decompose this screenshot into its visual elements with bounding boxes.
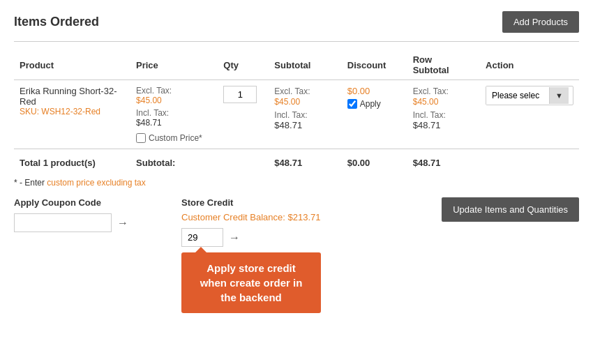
discount-amount: $0.00 (347, 86, 402, 96)
col-header-product: Product (14, 50, 130, 80)
col-header-subtotal: Subtotal (269, 50, 341, 80)
col-header-action: Action (480, 50, 579, 80)
items-table: Product Price Qty Subtotal Discount RowS… (14, 50, 579, 174)
total-row: Total 1 product(s) Subtotal: $48.71 $0.0… (14, 149, 579, 174)
col-header-qty: Qty (218, 50, 269, 80)
row-subtotal-excl-label: Excl. Tax: (413, 86, 449, 96)
coupon-apply-icon[interactable]: → (117, 217, 128, 229)
qty-input[interactable] (223, 86, 257, 103)
row-subtotal-incl-label: Incl. Tax: (413, 110, 446, 120)
apply-label: Apply (360, 99, 381, 109)
credit-balance: Customer Credit Balance: $213.71 (181, 212, 349, 222)
total-discount-value: $0.00 (347, 158, 370, 168)
coupon-label: Apply Coupon Code (14, 197, 153, 208)
row-subtotal-excl-value: $45.00 (413, 97, 439, 107)
total-subtotal-value: $48.71 (274, 158, 302, 168)
apply-discount-checkbox[interactable] (347, 99, 357, 109)
price-excl-value: $45.00 (136, 96, 162, 105)
price-excl-label: Excl. Tax: (136, 86, 172, 96)
row-subtotal-incl-value: $48.71 (413, 120, 441, 130)
divider (14, 41, 579, 42)
product-sku: SKU: WSH12-32-Red (20, 107, 125, 116)
product-name: Erika Running Short-32-Red (20, 86, 125, 107)
custom-price-note: * - Enter custom price excluding tax (14, 178, 579, 188)
store-credit-label: Store Credit (181, 197, 349, 208)
subtotal-excl-label: Excl. Tax: (274, 86, 310, 96)
total-label: Total 1 product(s) (20, 158, 96, 168)
col-header-discount: Discount (342, 50, 407, 80)
action-select[interactable]: Please selec (486, 86, 549, 105)
coupon-input[interactable] (14, 213, 112, 232)
col-header-row-subtotal: RowSubtotal (407, 50, 480, 80)
custom-price-checkbox[interactable] (136, 133, 146, 143)
chevron-down-icon[interactable]: ▼ (549, 87, 569, 104)
page-title: Items Ordered (14, 15, 99, 29)
add-products-button[interactable]: Add Products (502, 11, 579, 33)
table-row: Erika Running Short-32-Red SKU: WSH12-32… (14, 80, 579, 149)
store-credit-section: Store Credit Customer Credit Balance: $2… (181, 197, 349, 313)
col-header-price: Price (130, 50, 218, 80)
update-items-button[interactable]: Update Items and Quantities (442, 197, 579, 222)
total-subtotal-label: Subtotal: (136, 158, 175, 168)
bottom-right: Update Items and Quantities (442, 197, 579, 222)
custom-price-label: Custom Price* (149, 133, 202, 143)
price-incl-label: Incl. Tax: (136, 108, 169, 118)
total-row-subtotal-value: $48.71 (413, 158, 441, 168)
action-select-wrapper[interactable]: Please selec ▼ (486, 86, 573, 105)
store-credit-apply-icon[interactable]: → (229, 232, 240, 244)
coupon-section: Apply Coupon Code → (14, 197, 153, 232)
subtotal-incl-value: $48.71 (274, 120, 302, 130)
store-credit-input[interactable] (181, 228, 223, 247)
subtotal-incl-label: Incl. Tax: (274, 110, 307, 120)
price-incl-value: $48.71 (136, 118, 162, 128)
subtotal-excl-value: $45.00 (274, 97, 300, 107)
custom-price-link[interactable]: custom price excluding tax (47, 178, 145, 188)
store-credit-tooltip: Apply store credit when create order in … (181, 252, 321, 313)
